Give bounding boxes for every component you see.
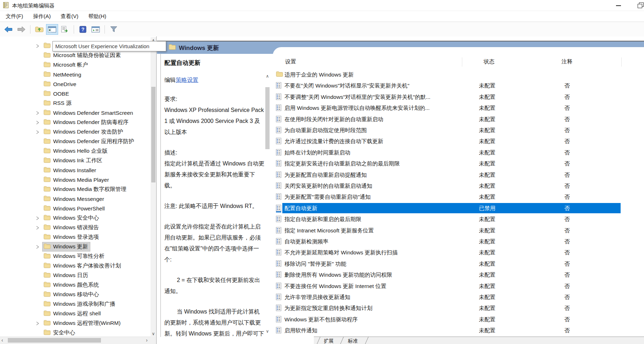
tree-item[interactable]: Windows Defender 攻击防护 <box>0 127 156 137</box>
minimize-button[interactable] <box>610 0 628 11</box>
column-header-setting[interactable]: 设置 <box>285 58 296 66</box>
tree-item[interactable]: Windows Defender 防病毒程序 <box>0 118 156 127</box>
tree-item-body[interactable]: Windows 远程管理(WinRM) <box>43 319 123 328</box>
tree-item[interactable]: Windows Media Player <box>0 175 156 185</box>
tab-standard[interactable]: 标准 <box>348 338 358 344</box>
settings-row[interactable]: 删除使用所有 Windows 更新功能的访问权限未配置否 <box>273 270 644 280</box>
column-header-status[interactable]: 状态 <box>484 58 495 66</box>
settings-row[interactable]: 指定 Intranet Microsoft 更新服务位置未配置否 <box>273 225 644 236</box>
chevron-right-icon[interactable] <box>35 120 40 125</box>
settings-row[interactable]: 关闭安装更新时的自动重新启动通知未配置否 <box>273 181 644 191</box>
chevron-right-icon[interactable] <box>35 216 40 221</box>
scroll-up-icon[interactable]: ∧ <box>264 74 271 79</box>
settings-row[interactable]: 不允许更新延期策略对 Windows 更新执行扫描未配置否 <box>273 247 644 258</box>
tree-item[interactable]: 安全中心 <box>0 328 156 338</box>
settings-row[interactable]: 为自动重新启动指定使用时段范围未配置否 <box>273 125 644 136</box>
description-scroll-thumb[interactable] <box>265 87 270 149</box>
settings-row[interactable]: 在使用时段关闭针对更新的自动重新启动未配置否 <box>273 114 644 125</box>
tree-item-body[interactable]: Windows 颜色系统 <box>43 281 101 289</box>
tree-item[interactable]: Windows 远程管理(WinRM) <box>0 318 156 328</box>
tree-horizontal-scrollbar[interactable]: ‹ › <box>0 337 151 344</box>
settings-row[interactable]: 启用软件通知未配置否 <box>273 325 644 336</box>
settings-row[interactable]: 启用 Windows 更新电源管理以自动唤醒系统来安装计划的...未配置否 <box>273 103 644 113</box>
tree-item-body[interactable]: RSS 源 <box>43 99 74 108</box>
show-console-tree-icon[interactable] <box>46 24 58 35</box>
tree-item-body[interactable]: Windows Media 数字权限管理 <box>43 185 129 194</box>
tree-item[interactable]: NetMeeting <box>0 70 156 79</box>
export-list-icon[interactable] <box>59 24 71 35</box>
tree-item-body[interactable]: Windows Defender SmartScreen <box>43 109 135 117</box>
tree-item-body[interactable]: Windows 游戏录制和广播 <box>43 300 118 309</box>
tree-item-body[interactable]: Windows 远程 shell <box>43 309 103 318</box>
column-header-comment[interactable]: 注释 <box>561 58 572 66</box>
scroll-left-icon[interactable]: ‹ <box>1 337 3 343</box>
tree-item-body[interactable]: 安全中心 <box>43 328 77 337</box>
tree-item-selected[interactable]: Windows 更新 <box>43 242 90 251</box>
tree-hscroll-thumb[interactable] <box>8 338 101 343</box>
tree-item-body[interactable]: Windows 移动中心 <box>43 290 101 299</box>
forward-icon[interactable] <box>15 24 27 35</box>
scroll-down-icon[interactable]: ∨ <box>264 329 271 334</box>
tree-vscroll-thumb[interactable] <box>151 87 156 182</box>
tree-item[interactable]: Windows Messenger <box>0 194 156 204</box>
chevron-right-icon[interactable] <box>35 244 40 249</box>
tree-item-body[interactable]: Windows 登录选项 <box>43 233 101 242</box>
settings-row[interactable]: 不要调整"关闭 Windows"对话框里的"安装更新并关机"的默...未配置否 <box>273 92 644 102</box>
tree-item[interactable]: Windows Defender SmartScreen <box>0 108 156 118</box>
tree-item[interactable]: OOBE <box>0 89 156 98</box>
chevron-right-icon[interactable] <box>35 130 40 135</box>
help-icon[interactable]: ? <box>77 24 89 35</box>
tree-item-body[interactable]: Windows Defender 应用程序防护 <box>43 137 136 146</box>
tree-item[interactable]: RSS 源 <box>0 98 156 108</box>
tree-item-body[interactable]: Windows Ink 工作区 <box>43 156 104 165</box>
tree-item[interactable]: Windows PowerShell <box>0 204 156 213</box>
menu-item-f[interactable]: 文件(F) <box>1 11 28 22</box>
settings-row[interactable]: 不要连接任何 Windows 更新 Internet 位置未配置否 <box>273 281 644 292</box>
chevron-right-icon[interactable] <box>35 321 40 326</box>
tree-item-body[interactable]: Windows 安全中心 <box>43 214 101 222</box>
tree-item-body[interactable]: Windows Defender 攻击防护 <box>43 128 125 136</box>
tree-item[interactable]: Microsoft 帐户 <box>0 60 156 70</box>
tree-item[interactable]: Windows 错误报告 <box>0 223 156 232</box>
settings-row[interactable]: Windows 更新不包括驱动程序未配置否 <box>273 314 644 325</box>
settings-row[interactable]: 指定更新安装进行自动重新启动之前的最后期限未配置否 <box>273 158 644 169</box>
settings-row[interactable]: 移除访问 "暂停更新" 功能未配置否 <box>273 259 644 269</box>
tree-item-body[interactable]: Windows Defender 防病毒程序 <box>43 118 131 127</box>
tree-item[interactable]: Windows 登录选项 <box>0 232 156 242</box>
tree-item[interactable]: Windows 客户体验改善计划 <box>0 261 156 271</box>
tree-item[interactable]: Windows Defender 应用程序防护 <box>0 137 156 146</box>
tree-item[interactable]: Windows 游戏录制和广播 <box>0 299 156 309</box>
settings-row[interactable]: 适用于企业的 Windows 更新 <box>273 69 644 80</box>
tree-item[interactable]: Windows 移动中心 <box>0 290 156 299</box>
tree-item[interactable]: Windows 远程 shell <box>0 309 156 318</box>
tree-item[interactable]: Windows 日历 <box>0 271 156 280</box>
settings-row[interactable]: 为更新配置自动重新启动提醒通知未配置否 <box>273 170 644 180</box>
settings-row[interactable]: 不要在"关闭 Windows"对话框显示"安装更新并关机"未配置否 <box>273 80 644 91</box>
tree-item-body[interactable]: Windows Messenger <box>43 195 106 203</box>
settings-row[interactable]: 允许通过按流量计费的连接自动下载更新未配置否 <box>273 136 644 147</box>
settings-row[interactable]: 自动更新检测频率未配置否 <box>273 236 644 247</box>
chevron-right-icon[interactable] <box>35 44 40 49</box>
menu-item-a[interactable]: 操作(A) <box>28 11 56 22</box>
tree-item[interactable]: Windows Ink 工作区 <box>0 156 156 165</box>
tree-item[interactable]: Windows 更新 <box>0 242 156 252</box>
settings-row-selected[interactable]: 配置自动更新已禁用否 <box>273 203 644 214</box>
scroll-down-icon[interactable]: ∨ <box>151 331 156 336</box>
description-scrollbar[interactable]: ∧ ∨ <box>264 71 271 335</box>
tree-item-body[interactable]: Windows PowerShell <box>43 204 107 213</box>
filter-icon[interactable] <box>108 24 120 35</box>
tree-item[interactable]: Windows 可靠性分析 <box>0 252 156 261</box>
scroll-right-icon[interactable]: › <box>146 337 148 343</box>
tab-extended[interactable]: 扩展 <box>324 338 334 344</box>
properties-icon[interactable] <box>90 24 102 35</box>
tree-item[interactable]: Windows 颜色系统 <box>0 280 156 290</box>
policy-settings-link[interactable]: 策略设置 <box>176 77 198 83</box>
tree-item-body[interactable]: Windows Hello 企业版 <box>43 147 109 156</box>
menu-item-h[interactable]: 帮助(H) <box>83 11 111 22</box>
tree-item[interactable]: Windows Installer <box>0 165 156 175</box>
tree-item-body[interactable]: Windows 日历 <box>43 271 90 280</box>
menu-item-v[interactable]: 查看(V) <box>56 11 83 22</box>
chevron-right-icon[interactable] <box>35 111 40 115</box>
tree-item-body[interactable]: Windows 客户体验改善计划 <box>43 261 123 270</box>
tree-item-body[interactable]: Windows 可靠性分析 <box>43 252 107 261</box>
